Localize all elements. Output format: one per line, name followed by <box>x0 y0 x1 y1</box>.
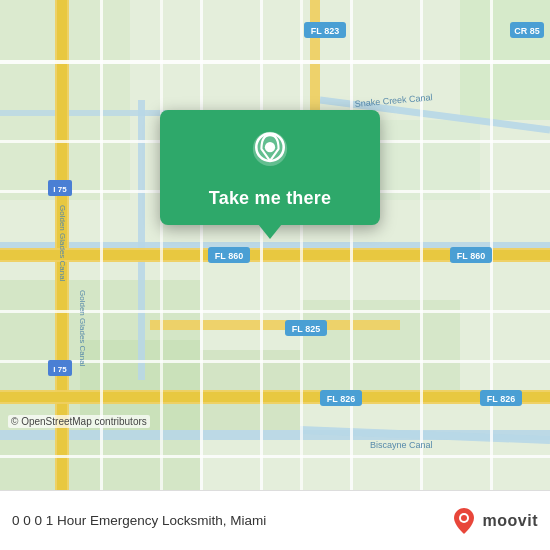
take-me-there-button[interactable]: Take me there <box>209 188 331 209</box>
svg-text:Golden Glades Canal: Golden Glades Canal <box>58 205 67 282</box>
svg-text:FL 825: FL 825 <box>292 324 320 334</box>
svg-point-62 <box>461 515 467 521</box>
svg-rect-20 <box>150 320 400 330</box>
moovit-logo: moovit <box>449 506 538 536</box>
svg-rect-3 <box>300 300 460 400</box>
svg-rect-19 <box>0 392 550 402</box>
svg-rect-5 <box>380 120 480 200</box>
map-copyright: © OpenStreetMap contributors <box>8 415 150 428</box>
svg-text:FL 826: FL 826 <box>487 394 515 404</box>
bottom-bar: 0 0 0 1 Hour Emergency Locksmith, Miami … <box>0 490 550 550</box>
svg-rect-33 <box>490 0 493 490</box>
svg-text:CR 85: CR 85 <box>514 26 540 36</box>
svg-text:FL 860: FL 860 <box>215 251 243 261</box>
svg-rect-22 <box>0 60 550 64</box>
svg-rect-34 <box>160 0 163 490</box>
svg-rect-31 <box>350 0 353 490</box>
svg-text:FL 826: FL 826 <box>327 394 355 404</box>
svg-rect-35 <box>300 0 303 490</box>
svg-point-60 <box>265 142 275 152</box>
svg-text:Golden Glades Canal: Golden Glades Canal <box>78 290 87 367</box>
svg-rect-27 <box>0 455 550 458</box>
svg-rect-30 <box>260 0 263 490</box>
moovit-brand-name: moovit <box>483 512 538 530</box>
location-pin-icon <box>246 130 294 178</box>
location-popup[interactable]: Take me there <box>160 110 380 225</box>
map: FL 823 FL 860 FL 860 FL 826 FL 826 FL 82… <box>0 0 550 490</box>
location-name: 0 0 0 1 Hour Emergency Locksmith, Miami <box>12 513 266 528</box>
svg-text:I 75: I 75 <box>53 185 67 194</box>
svg-rect-32 <box>420 0 423 490</box>
svg-rect-29 <box>200 0 203 490</box>
svg-text:FL 860: FL 860 <box>457 251 485 261</box>
svg-text:I 75: I 75 <box>53 365 67 374</box>
svg-text:Biscayne Canal: Biscayne Canal <box>370 440 433 450</box>
svg-text:FL 823: FL 823 <box>311 26 339 36</box>
moovit-logo-icon <box>449 506 479 536</box>
